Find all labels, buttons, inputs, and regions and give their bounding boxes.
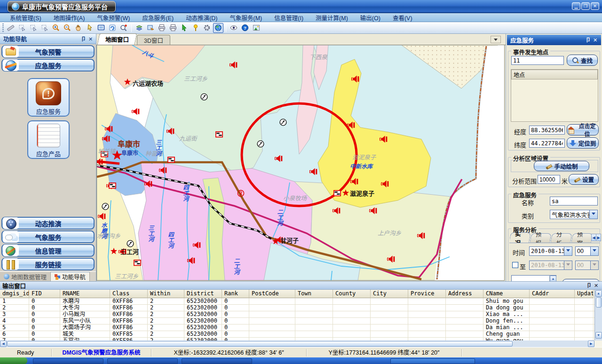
scene-icon[interactable] <box>251 23 261 33</box>
map-station-icon[interactable] <box>280 119 286 126</box>
locate-to-button[interactable]: 定位到 <box>567 137 599 149</box>
scroll-up-icon[interactable]: ▲ <box>550 276 556 281</box>
dropdown-button[interactable] <box>589 210 597 219</box>
table-row[interactable]: 60城关0XFF8526523020000Cheng guan <box>0 331 594 338</box>
find-button[interactable]: 查找 <box>567 55 598 66</box>
menu-item[interactable]: 气象服务(M) <box>224 13 269 22</box>
date-combobox[interactable]: 2010-08-13 <box>529 246 572 256</box>
table-row[interactable]: 50大面场子沟0XFF8626523020000Da mian ... <box>0 324 594 331</box>
print-icon[interactable] <box>157 23 167 33</box>
analysis-tab-预报[interactable]: 预报 <box>530 233 552 243</box>
pan-icon[interactable] <box>73 23 84 33</box>
tab-scroll-right[interactable]: ▶ <box>596 234 601 241</box>
to-checkbox[interactable] <box>512 262 518 268</box>
taskbar-item[interactable] <box>390 358 475 364</box>
menu-item[interactable]: 地图操作(A) <box>48 13 91 22</box>
menu-item[interactable]: 应急服务(E) <box>136 13 180 22</box>
nav-group-服务链接[interactable]: 服务链接 <box>1 258 95 270</box>
maximize-button[interactable]: ❐ <box>581 2 590 10</box>
nav-group-应急服务[interactable]: 应急服务 <box>1 59 95 71</box>
menu-item[interactable]: 信息管理(I) <box>268 13 309 22</box>
map-factory-icon[interactable] <box>334 190 341 196</box>
scroll-right-icon[interactable]: ▶ <box>588 340 594 347</box>
column-header-Within[interactable]: Within <box>148 290 184 298</box>
zoom-in-icon[interactable] <box>51 23 61 33</box>
column-header-Class[interactable]: Class <box>110 290 148 298</box>
map-factory-icon[interactable] <box>168 157 174 162</box>
service-type-combobox[interactable]: 气象和洪水灾害 <box>550 210 598 219</box>
full-extent-icon[interactable] <box>96 23 106 33</box>
map-factory-icon[interactable] <box>109 183 116 188</box>
nav-tab-功能导航[interactable]: 功能导航 <box>51 272 90 281</box>
taskbar-item[interactable] <box>107 358 178 364</box>
column-header-Update[interactable]: Update <box>575 290 594 298</box>
analysis-range-input[interactable] <box>538 175 560 184</box>
select-point-icon[interactable] <box>40 23 50 33</box>
layers-icon[interactable] <box>134 23 144 33</box>
menu-item[interactable]: 气象预警(W) <box>91 13 136 22</box>
scrollbar-thumb[interactable] <box>596 297 602 308</box>
column-header-Town[interactable]: Town <box>295 290 333 298</box>
scroll-down-icon[interactable]: ▼ <box>595 332 602 339</box>
scroll-left-icon[interactable]: ◀ <box>0 340 7 347</box>
column-header-FID[interactable]: FID <box>29 290 60 298</box>
nav-group-气象预警[interactable]: 气象预警 <box>1 45 95 58</box>
location-list[interactable]: 地点 <box>511 69 598 122</box>
nav-group-气象服务[interactable]: 气象服务 <box>1 230 95 243</box>
map-station-icon[interactable] <box>127 240 134 247</box>
location-keyword-input[interactable] <box>511 56 564 65</box>
vertical-scrollbar[interactable]: ▲ ▼ <box>594 290 602 340</box>
map-tab-地图窗口[interactable]: 地图窗口 <box>97 33 137 45</box>
element-listbox[interactable]: 降水空气温度 ▲ <box>511 275 556 281</box>
close-icon[interactable]: ✕ <box>593 282 600 289</box>
select-polygon-icon[interactable] <box>28 23 39 33</box>
refresh-icon[interactable] <box>107 23 118 33</box>
table-row[interactable]: 30小马厩沟0XFF8626523020000Xiao ma ... <box>0 311 594 318</box>
table-row[interactable]: 40东风一小队0XFF8626523020000Dong fen... <box>0 318 594 324</box>
horizontal-scrollbar[interactable]: ◀ ▶ <box>0 340 594 347</box>
identify-icon[interactable] <box>119 23 129 33</box>
start-button[interactable] <box>0 357 27 364</box>
minimize-button[interactable]: ▁ <box>572 2 580 10</box>
locate-pin-icon[interactable] <box>190 23 201 33</box>
column-header-CName[interactable]: CName <box>483 290 530 298</box>
help-icon[interactable] <box>240 23 250 33</box>
map-tab-3D窗口[interactable]: 3D窗口 <box>137 35 170 45</box>
nav-group-动态推演[interactable]: 动态推演 <box>1 217 95 229</box>
emergency-product-button[interactable]: 应急产品 <box>27 120 70 159</box>
close-icon[interactable]: ✕ <box>87 36 94 42</box>
service-name-input[interactable] <box>550 197 598 206</box>
column-header-RNAME[interactable]: RNAME <box>60 290 110 298</box>
close-icon[interactable]: ✕ <box>592 37 599 43</box>
map-factory-icon[interactable] <box>216 132 222 137</box>
menu-item[interactable]: 动态推演(D) <box>180 13 223 22</box>
column-header-PostCode[interactable]: PostCode <box>249 290 295 298</box>
menu-item[interactable]: 测量计算(M) <box>309 13 354 22</box>
toolbar-grip[interactable] <box>2 24 4 32</box>
table-row[interactable]: 20大冬沟0XFF8626523020000Da dong gou <box>0 305 594 311</box>
map-factory-icon[interactable] <box>134 260 141 265</box>
pin-icon[interactable]: 卩 <box>585 37 592 43</box>
globe-active-icon[interactable] <box>213 23 223 33</box>
click-locate-button[interactable]: 点击定位 <box>567 124 599 135</box>
zoom-out-icon[interactable] <box>62 23 72 33</box>
column-header-District[interactable]: District <box>184 290 222 298</box>
column-header-City[interactable]: City <box>371 290 408 298</box>
map-canvas[interactable]: 六运湖农场三工河乡下西泉九运街阜康市阜康市城关镇种苗场滋泥泉子中新水库滋泥泉子小… <box>96 45 505 281</box>
analysis-tab-实况[interactable]: 实况 <box>510 232 531 243</box>
menu-item[interactable]: 系统管理(S) <box>4 13 48 22</box>
map-station-icon[interactable] <box>201 94 207 100</box>
hour-combobox[interactable]: 00 <box>575 246 599 256</box>
analysis-tab-分析[interactable]: 分析 <box>550 233 572 243</box>
eye-icon[interactable] <box>229 23 239 33</box>
pin-icon[interactable]: 卩 <box>80 36 87 42</box>
nav-group-信息管理[interactable]: 信息管理 <box>1 244 95 257</box>
table-row[interactable]: 10水磨沟0XFF8626523020000Shui mo gou <box>0 298 594 305</box>
analysis-tab-预案[interactable]: 预案 <box>571 233 593 243</box>
export-map-icon[interactable] <box>145 23 156 33</box>
column-header-CAddr[interactable]: CAddr <box>530 290 575 298</box>
menu-item[interactable]: 查看(V) <box>387 13 419 22</box>
scroll-up-icon[interactable]: ▲ <box>595 290 602 297</box>
print-preview-icon[interactable] <box>168 23 178 33</box>
latitude-input[interactable] <box>529 139 565 148</box>
